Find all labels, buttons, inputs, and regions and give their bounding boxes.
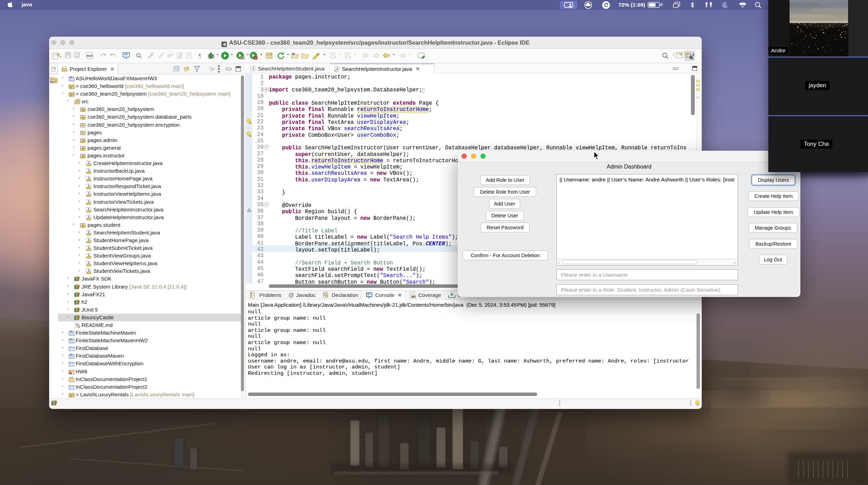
svg-text:J: J <box>336 67 338 71</box>
svg-text:M: M <box>70 76 72 78</box>
svg-text:¶: ¶ <box>198 52 201 59</box>
svg-text:M: M <box>70 353 72 356</box>
svg-text:010: 010 <box>87 54 92 58</box>
svg-text:M: M <box>70 330 72 333</box>
svg-text:x: x <box>70 372 71 374</box>
svg-text:M: M <box>70 338 72 340</box>
svg-text:J: J <box>252 67 254 70</box>
svg-text:GIT: GIT <box>51 80 55 83</box>
